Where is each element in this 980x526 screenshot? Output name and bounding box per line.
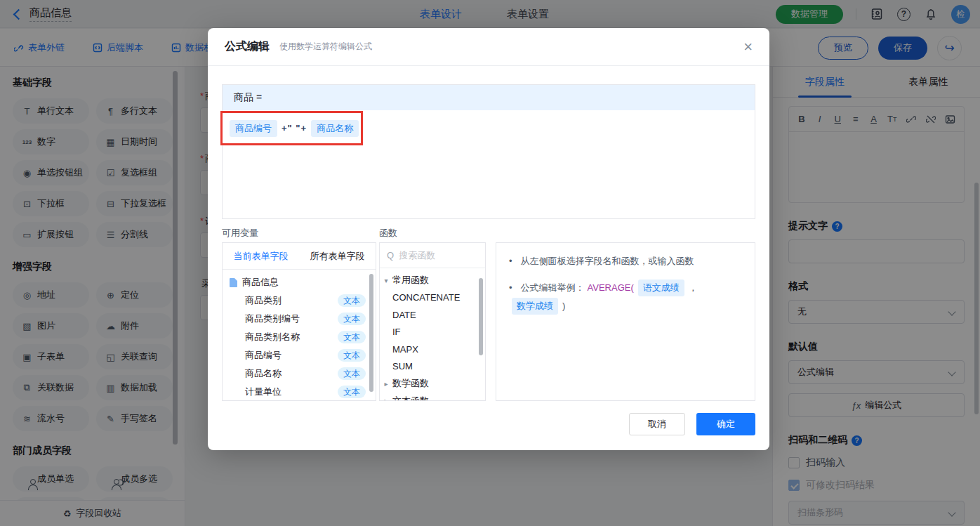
confirm-button[interactable]: 确定	[696, 413, 755, 435]
tips-panel: • 从左侧面板选择字段名和函数，或输入函数 • 公式编辑举例： AVERAGE(…	[496, 242, 755, 401]
function-group-math[interactable]: ▸数学函数	[380, 375, 485, 393]
modal-subtitle: 使用数学运算符编辑公式	[279, 41, 372, 53]
variable-item[interactable]: 商品编号文本	[223, 346, 376, 364]
tip-example-chip: 数学成绩	[512, 298, 558, 315]
tab-current-form-fields[interactable]: 当前表单字段	[223, 243, 299, 269]
functions-panel: Q ▾常用函数 CONCATENATE DATE IF MAPX SUM ▸数学…	[379, 242, 486, 401]
highlight-box: 商品编号 +" "+ 商品名称	[220, 111, 363, 145]
functions-section-label: 函数	[379, 227, 397, 239]
function-item[interactable]: DATE	[380, 306, 485, 324]
tip-example-function: AVERAGE(	[588, 281, 634, 295]
formula-edit-modal: 公式编辑 使用数学运算符编辑公式 × 商品 = 商品编号 +" "+ 商品名称 …	[208, 28, 769, 450]
function-search-input[interactable]	[399, 250, 469, 261]
tip-example-comma: ，	[689, 281, 698, 295]
function-item[interactable]: CONCATENATE	[380, 289, 485, 307]
app-root: 商品信息 表单设计 表单设置 数据管理 ? 检	[0, 0, 980, 526]
function-item[interactable]: MAPX	[380, 341, 485, 358]
formula-field-chip[interactable]: 商品编号	[230, 120, 277, 137]
chevron-right-icon: ▸	[380, 397, 392, 401]
type-badge: 文本	[338, 367, 366, 380]
chevron-right-icon: ▸	[380, 380, 392, 388]
variables-panel: 当前表单字段 所有表单字段 商品信息 商品类别文本 商品类别编号文本 商品类别名…	[222, 242, 376, 401]
modal-title: 公式编辑	[225, 39, 270, 54]
function-item[interactable]: IF	[380, 324, 485, 341]
type-badge: 文本	[338, 313, 366, 325]
cancel-button[interactable]: 取消	[629, 413, 685, 435]
tip-example-close: )	[562, 299, 565, 313]
formula-field-chip[interactable]: 商品名称	[311, 120, 359, 137]
function-group-text[interactable]: ▸文本函数	[380, 393, 485, 402]
formula-target: 商品 =	[223, 85, 755, 110]
variable-item[interactable]: 商品名称文本	[223, 364, 376, 383]
variable-item[interactable]: 商品类别文本	[223, 291, 376, 310]
tip-text: 从左侧面板选择字段名和函数，或输入函数	[521, 254, 694, 268]
variables-section-label: 可用变量	[222, 227, 258, 239]
function-item[interactable]: SUM	[380, 358, 485, 376]
search-icon: Q	[387, 250, 394, 261]
function-group-common[interactable]: ▾常用函数	[380, 272, 485, 289]
variable-item[interactable]: 商品类别编号文本	[223, 310, 376, 328]
tip-example-prefix: 公式编辑举例：	[521, 281, 585, 295]
formula-operator: +" "+	[282, 123, 307, 133]
type-badge: 文本	[338, 294, 366, 307]
tab-all-form-fields[interactable]: 所有表单字段	[299, 243, 376, 269]
bullet-icon: •	[509, 254, 512, 268]
variables-scrollbar[interactable]	[369, 274, 373, 392]
bullet-icon: •	[509, 281, 512, 295]
close-icon[interactable]: ×	[743, 39, 753, 55]
form-doc-icon	[230, 278, 237, 287]
type-badge: 文本	[338, 386, 366, 398]
formula-editor[interactable]: 商品 = 商品编号 +" "+ 商品名称	[222, 84, 755, 219]
tip-example-chip: 语文成绩	[638, 280, 684, 296]
variable-item[interactable]: 商品类别名称文本	[223, 328, 376, 346]
type-badge: 文本	[338, 331, 366, 343]
type-badge: 文本	[338, 349, 366, 362]
functions-scrollbar[interactable]	[479, 278, 483, 355]
variable-group[interactable]: 商品信息	[223, 273, 376, 291]
chevron-down-icon: ▾	[380, 277, 392, 284]
variable-item[interactable]: 计量单位文本	[223, 383, 376, 401]
